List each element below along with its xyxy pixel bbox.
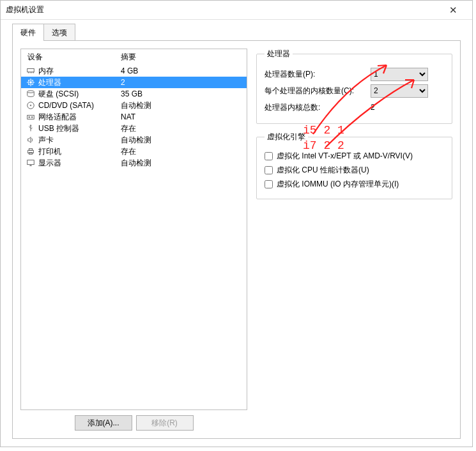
- cpu-perf-label: 虚拟化 CPU 性能计数器(U): [277, 165, 369, 176]
- svg-rect-22: [27, 160, 35, 165]
- usb-icon: [25, 124, 36, 133]
- cores-per-processor-row: 每个处理器的内核数量(C): 2: [265, 82, 444, 99]
- device-summary: 35 GB: [121, 89, 243, 98]
- left-buttons: 添加(A)... 移除(R): [20, 415, 247, 431]
- vm-settings-window: 虚拟机设置 ✕ 硬件 选项 设备 摘要 内存 4 GB 处理器 2 硬盘 (SC…: [0, 0, 473, 447]
- device-summary: NAT: [121, 112, 243, 121]
- dialog-body: 设备 摘要 内存 4 GB 处理器 2 硬盘 (SCSI) 35 GB CD/D…: [12, 40, 461, 439]
- cd-icon: [25, 101, 36, 110]
- device-summary: 存在: [121, 146, 243, 157]
- device-list: 设备 摘要 内存 4 GB 处理器 2 硬盘 (SCSI) 35 GB CD/D…: [20, 49, 247, 410]
- device-name: 处理器: [38, 77, 61, 88]
- display-icon: [25, 158, 36, 167]
- device-summary: 自动检测: [121, 135, 243, 146]
- processor-count-row: 处理器数量(P): 1: [265, 66, 444, 82]
- device-name: 内存: [38, 66, 54, 77]
- right-column: 处理器 处理器数量(P): 1 每个处理器的内核数量(C): 2 处理器内核总数…: [256, 49, 452, 431]
- processor-count-select[interactable]: 1: [371, 68, 428, 81]
- device-row-cpu[interactable]: 处理器 2: [21, 77, 247, 88]
- device-name: CD/DVD (SATA): [38, 101, 94, 110]
- header-summary: 摘要: [121, 52, 243, 63]
- device-row-sound[interactable]: 声卡 自动检测: [21, 134, 247, 146]
- device-summary: 2: [121, 78, 243, 87]
- total-cores-row: 处理器内核总数: 2: [265, 99, 444, 116]
- svg-rect-15: [29, 116, 31, 118]
- device-row-memory[interactable]: 内存 4 GB: [21, 65, 247, 77]
- processor-group: 处理器 处理器数量(P): 1 每个处理器的内核数量(C): 2 处理器内核总数…: [256, 49, 452, 124]
- device-row-display[interactable]: 显示器 自动检测: [21, 157, 247, 169]
- device-row-cd[interactable]: CD/DVD (SATA) 自动检测: [21, 100, 247, 111]
- processor-count-label: 处理器数量(P):: [265, 69, 367, 80]
- svg-rect-20: [29, 149, 32, 151]
- device-name: 网络适配器: [38, 112, 77, 123]
- device-row-usb[interactable]: USB 控制器 存在: [21, 123, 247, 134]
- device-name: 硬盘 (SCSI): [38, 89, 79, 100]
- device-summary: 存在: [121, 123, 243, 134]
- device-name: 打印机: [38, 146, 61, 157]
- window-title: 虚拟机设置: [6, 4, 439, 15]
- printer-icon: [25, 147, 36, 156]
- iommu-row: 虚拟化 IOMMU (IO 内存管理单元)(I): [265, 177, 444, 191]
- vt-row: 虚拟化 Intel VT-x/EPT 或 AMD-V/RVI(V): [265, 149, 444, 163]
- add-button[interactable]: 添加(A)...: [75, 415, 132, 431]
- svg-rect-14: [27, 115, 35, 119]
- svg-point-13: [30, 105, 32, 107]
- device-name: 显示器: [38, 158, 61, 169]
- device-name: 声卡: [38, 135, 54, 146]
- network-icon: [25, 112, 36, 121]
- svg-rect-0: [27, 69, 35, 72]
- vt-label: 虚拟化 Intel VT-x/EPT 或 AMD-V/RVI(V): [277, 151, 413, 162]
- device-row-printer[interactable]: 打印机 存在: [21, 146, 247, 157]
- cores-per-processor-label: 每个处理器的内核数量(C):: [265, 86, 367, 96]
- svg-rect-6: [29, 81, 32, 84]
- cpu-icon: [25, 78, 36, 87]
- header-device: 设备: [25, 52, 121, 63]
- cores-per-processor-select[interactable]: 2: [371, 84, 428, 98]
- cpu-perf-checkbox[interactable]: [265, 166, 273, 174]
- device-row-network[interactable]: 网络适配器 NAT: [21, 111, 247, 123]
- total-cores-label: 处理器内核总数:: [265, 102, 367, 113]
- svg-rect-16: [31, 116, 33, 118]
- iommu-checkbox[interactable]: [265, 180, 273, 188]
- virt-engine-group-title: 虚拟化引擎: [265, 132, 308, 142]
- processor-group-title: 处理器: [265, 49, 293, 59]
- device-row-disk[interactable]: 硬盘 (SCSI) 35 GB: [21, 88, 247, 100]
- close-button[interactable]: ✕: [439, 1, 467, 20]
- device-summary: 4 GB: [121, 66, 243, 75]
- device-summary: 自动检测: [121, 158, 243, 169]
- tab-options[interactable]: 选项: [43, 24, 75, 41]
- iommu-label: 虚拟化 IOMMU (IO 内存管理单元)(I): [277, 179, 399, 190]
- total-cores-value: 2: [371, 103, 375, 112]
- sound-icon: [25, 135, 36, 144]
- disk-icon: [25, 89, 36, 98]
- tab-hardware[interactable]: 硬件: [12, 24, 44, 41]
- device-name: USB 控制器: [38, 123, 79, 134]
- titlebar: 虚拟机设置 ✕: [1, 1, 472, 20]
- svg-point-11: [27, 91, 35, 93]
- tabs: 硬件 选项: [12, 24, 472, 40]
- virt-engine-group: 虚拟化引擎 虚拟化 Intel VT-x/EPT 或 AMD-V/RVI(V) …: [256, 132, 452, 199]
- device-list-header: 设备 摘要: [21, 49, 247, 65]
- cpu-perf-row: 虚拟化 CPU 性能计数器(U): [265, 163, 444, 177]
- remove-button[interactable]: 移除(R): [136, 415, 194, 431]
- left-column: 设备 摘要 内存 4 GB 处理器 2 硬盘 (SCSI) 35 GB CD/D…: [20, 49, 247, 431]
- device-summary: 自动检测: [121, 100, 243, 111]
- vt-checkbox[interactable]: [265, 152, 273, 160]
- memory-icon: [25, 66, 36, 75]
